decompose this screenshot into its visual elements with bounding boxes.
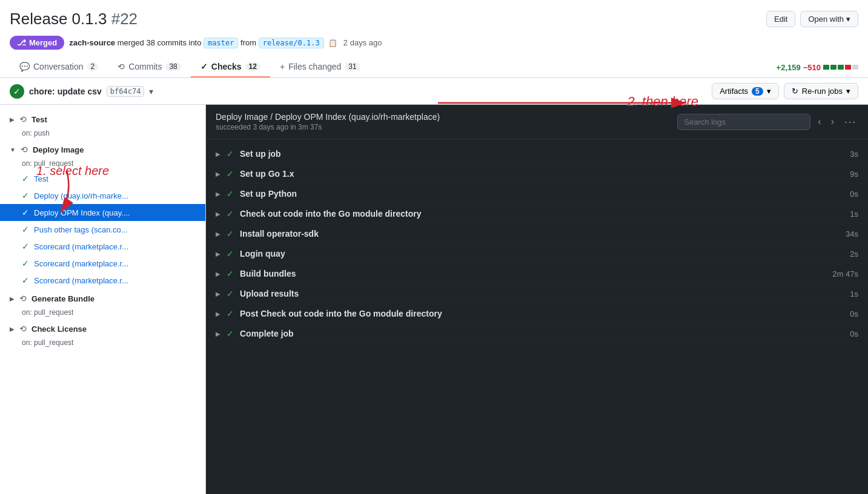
step-name-6: Build bundles (240, 269, 826, 278)
check-item-scorecard-3[interactable]: ✓ Scorecard (marketplace.r... (0, 272, 205, 289)
deploy-image-group-icon: ⟲ (21, 145, 28, 154)
check-item-test[interactable]: ✓ Test (0, 170, 205, 187)
step-chevron-icon: ▶ (216, 191, 220, 197)
step-chevron-icon: ▶ (216, 211, 220, 217)
check-item-deploy-opm[interactable]: ✓ Deploy OPM Index (quay.... (0, 204, 205, 221)
tab-commits-count: 38 (165, 62, 181, 71)
log-nav-next-button[interactable]: › (829, 114, 837, 130)
log-nav-prev-button[interactable]: ‹ (815, 114, 823, 130)
merged-label: Merged (29, 38, 57, 47)
tab-conversation-count: 2 (87, 62, 99, 71)
step-time-3: 1s (850, 209, 858, 219)
log-step-1[interactable]: ▶ ✓ Set up Go 1.x 9s (206, 164, 868, 184)
diff-bar-1 (823, 65, 829, 70)
generate-bundle-trigger-text: on: pull_request (22, 308, 73, 317)
artifacts-label: Artifacts (720, 87, 748, 96)
step-success-icon: ✓ (227, 249, 234, 259)
log-panel-header: Deploy Image / Deploy OPM Index (quay.io… (206, 105, 868, 139)
success-icon: ✓ (22, 191, 29, 200)
tab-files-changed[interactable]: + Files changed 31 (270, 57, 370, 77)
check-group-deploy-image: ▼ ⟲ Deploy Image on: pull_request ✓ Test… (0, 140, 205, 289)
step-success-icon: ✓ (227, 229, 234, 239)
check-item-deploy-quay[interactable]: ✓ Deploy (quay.io/rh-marke... (0, 187, 205, 204)
check-item-push-tags[interactable]: ✓ Push other tags (scan.co... (0, 221, 205, 238)
checks-toolbar: ✓ chore: update csv bf64c74 ▾ Artifacts … (0, 78, 868, 105)
job-hash[interactable]: bf64c74 (107, 86, 145, 97)
check-group-check-license-header[interactable]: ▶ ⟲ Check License (0, 319, 205, 338)
diff-bar-5 (852, 65, 858, 70)
log-step-7[interactable]: ▶ ✓ Upload results 1s (206, 284, 868, 304)
check-icon: ✓ (13, 87, 21, 96)
clipboard-icon[interactable]: 📋 (328, 39, 337, 47)
open-with-label: Open with (808, 15, 844, 24)
tab-commits[interactable]: ⟲ Commits 38 (108, 57, 191, 77)
job-info: ✓ chore: update csv bf64c74 ▾ (10, 84, 153, 99)
base-branch-tag[interactable]: master (204, 38, 238, 48)
step-chevron-icon: ▶ (216, 231, 220, 237)
job-title: chore: update csv (29, 87, 102, 96)
pr-title-text: Release 0.1.3 (10, 10, 107, 28)
check-license-trigger: on: pull_request (0, 338, 205, 349)
check-group-generate-bundle-header[interactable]: ▶ ⟲ Generate Bundle (0, 289, 205, 308)
check-item-deploy-quay-label: Deploy (quay.io/rh-marke... (34, 191, 128, 200)
check-group-test-header[interactable]: ▶ ⟲ Test (0, 110, 205, 129)
rerun-label: Re-run jobs (802, 87, 843, 96)
merged-badge: ⎇ Merged (10, 36, 64, 50)
rerun-jobs-button[interactable]: ↻ Re-run jobs ▾ (784, 83, 858, 99)
check-item-scorecard-1[interactable]: ✓ Scorecard (marketplace.r... (0, 238, 205, 255)
open-with-button[interactable]: Open with ▾ (800, 11, 858, 27)
step-time-0: 3s (850, 150, 858, 159)
generate-bundle-trigger: on: pull_request (0, 308, 205, 319)
check-item-scorecard-2[interactable]: ✓ Scorecard (marketplace.r... (0, 255, 205, 272)
tab-files-changed-label: Files changed (288, 62, 341, 71)
edit-button[interactable]: Edit (766, 11, 795, 27)
tab-files-changed-count: 31 (345, 62, 360, 71)
rerun-chevron-icon: ▾ (846, 87, 850, 96)
log-step-0[interactable]: ▶ ✓ Set up job 3s (206, 144, 868, 164)
step-time-2: 0s (850, 189, 858, 199)
step-success-icon: ✓ (227, 329, 234, 338)
diff-bars (823, 65, 858, 70)
success-icon: ✓ (22, 275, 29, 285)
step-time-9: 0s (850, 329, 858, 338)
step-success-icon: ✓ (227, 289, 234, 298)
step-chevron-icon: ▶ (216, 331, 220, 337)
step-chevron-icon: ▶ (216, 271, 220, 277)
chevron-right-icon: ▶ (10, 295, 15, 302)
check-group-deploy-image-header[interactable]: ▼ ⟲ Deploy Image (0, 140, 205, 159)
artifacts-button[interactable]: Artifacts 5 ▾ (712, 83, 779, 99)
head-branch-tag[interactable]: release/0.1.3 (259, 38, 324, 48)
step-name-4: Install operator-sdk (240, 229, 840, 239)
step-success-icon: ✓ (227, 209, 234, 219)
diff-bar-3 (838, 65, 844, 70)
step-chevron-icon: ▶ (216, 171, 220, 177)
test-trigger-text: on: push (22, 129, 50, 137)
tab-conversation[interactable]: 💬 Conversation 2 (10, 57, 108, 77)
chevron-right-icon: ▶ (10, 326, 15, 332)
step-name-2: Set up Python (240, 189, 844, 199)
time-ago: 2 days ago (343, 38, 382, 47)
search-logs-input[interactable] (677, 114, 810, 130)
chevron-right-icon: ▶ (10, 116, 15, 123)
log-title-block: Deploy Image / Deploy OPM Index (quay.io… (216, 112, 440, 131)
content-area: 1. select here ▶ ⟲ Tes (0, 105, 868, 494)
check-item-scorecard-3-label: Scorecard (marketplace.r... (34, 276, 128, 285)
log-step-4[interactable]: ▶ ✓ Install operator-sdk 34s (206, 224, 868, 244)
log-step-5[interactable]: ▶ ✓ Login quay 2s (206, 244, 868, 264)
log-step-3[interactable]: ▶ ✓ Check out code into the Go module di… (206, 204, 868, 224)
tab-commits-label: Commits (128, 62, 162, 71)
log-step-9[interactable]: ▶ ✓ Complete job 0s (206, 324, 868, 344)
diff-stats: +2,159 −510 (777, 63, 858, 72)
checks-icon: ✓ (200, 62, 208, 71)
check-item-scorecard-2-label: Scorecard (marketplace.r... (34, 259, 128, 268)
tab-checks[interactable]: ✓ Checks 12 (191, 57, 270, 77)
log-step-2[interactable]: ▶ ✓ Set up Python 0s (206, 184, 868, 204)
log-more-button[interactable]: ⋯ (841, 112, 858, 131)
log-panel-subtitle: succeeded 3 days ago in 3m 37s (216, 123, 440, 131)
log-step-6[interactable]: ▶ ✓ Build bundles 2m 47s (206, 264, 868, 284)
log-step-8[interactable]: ▶ ✓ Post Check out code into the Go modu… (206, 304, 868, 324)
hash-chevron-icon[interactable]: ▾ (149, 87, 153, 96)
step-name-9: Complete job (240, 329, 844, 338)
check-item-test-label: Test (34, 174, 48, 183)
success-icon: ✓ (22, 259, 29, 268)
